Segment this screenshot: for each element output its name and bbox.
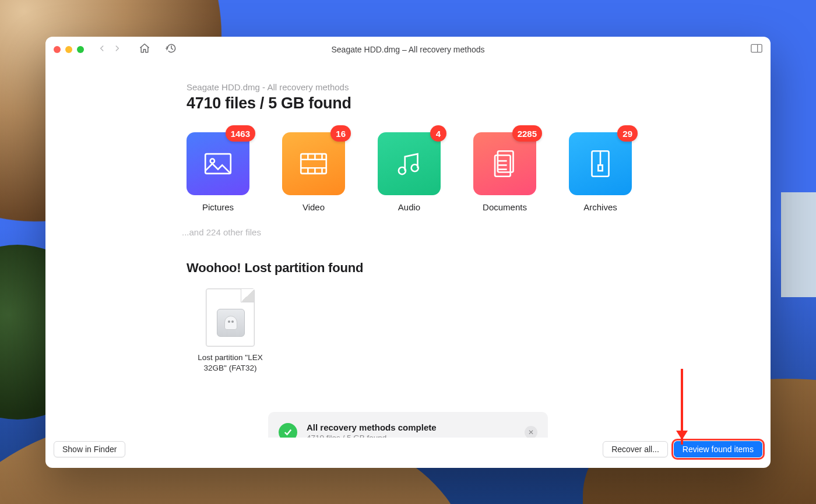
documents-icon: [473, 132, 536, 195]
close-window-button[interactable]: [54, 46, 61, 53]
toast-close-button[interactable]: ✕: [525, 426, 537, 438]
toast-title: All recovery methods complete: [307, 422, 515, 432]
toast-subtitle: 4710 files / 5 GB found: [307, 433, 515, 438]
category-count-badge: 16: [330, 125, 351, 142]
window-controls: [54, 46, 84, 53]
svg-point-3: [210, 159, 214, 163]
footer: Show in Finder Recover all... Review fou…: [45, 438, 771, 468]
category-archives[interactable]: 29Archives: [569, 132, 632, 212]
category-label: Video: [282, 202, 345, 212]
app-window: Seagate HDD.dmg – All recovery methods S…: [45, 37, 771, 468]
home-icon[interactable]: [139, 43, 150, 57]
annotation-arrow: [681, 369, 683, 445]
category-count-badge: 1463: [226, 125, 255, 142]
show-in-finder-button[interactable]: Show in Finder: [54, 441, 125, 457]
partition-label: Lost partition "LEX 32GB" (FAT32): [187, 353, 274, 373]
titlebar: Seagate HDD.dmg – All recovery methods: [45, 37, 771, 62]
category-video[interactable]: 16Video: [282, 132, 345, 212]
history-icon[interactable]: [166, 43, 177, 57]
category-audio[interactable]: 4Audio: [378, 132, 441, 212]
partition-file-icon: [206, 288, 255, 347]
other-files-text: ...and 224 other files: [182, 227, 771, 237]
success-check-icon: [279, 423, 297, 438]
nav-forward-button[interactable]: [113, 44, 121, 55]
category-pictures[interactable]: 1463Pictures: [187, 132, 249, 212]
category-documents[interactable]: 2285Documents: [473, 132, 536, 212]
pictures-icon: [187, 132, 249, 195]
category-count-badge: 4: [430, 125, 446, 142]
svg-rect-22: [598, 165, 602, 171]
zoom-window-button[interactable]: [77, 46, 84, 53]
svg-rect-0: [751, 44, 762, 52]
completion-toast: All recovery methods complete 4710 files…: [268, 412, 548, 438]
recover-all-button[interactable]: Recover all...: [603, 441, 668, 457]
video-icon: [282, 132, 345, 195]
category-count-badge: 2285: [512, 125, 542, 142]
category-label: Pictures: [187, 202, 249, 212]
results-headline: 4710 files / 5 GB found: [187, 94, 771, 112]
minimize-window-button[interactable]: [65, 46, 72, 53]
audio-icon: [378, 132, 441, 195]
category-count-badge: 29: [617, 125, 638, 142]
category-label: Documents: [473, 202, 536, 212]
sidebar-toggle-icon[interactable]: [751, 44, 762, 55]
category-label: Audio: [378, 202, 441, 212]
nav-back-button[interactable]: [98, 44, 106, 55]
breadcrumb: Seagate HDD.dmg - All recovery methods: [187, 82, 771, 92]
archives-icon: [569, 132, 632, 195]
category-label: Archives: [569, 202, 632, 212]
lost-partition-heading: Woohoo! Lost partition found: [187, 260, 771, 276]
lost-partition-item[interactable]: Lost partition "LEX 32GB" (FAT32): [187, 288, 274, 373]
